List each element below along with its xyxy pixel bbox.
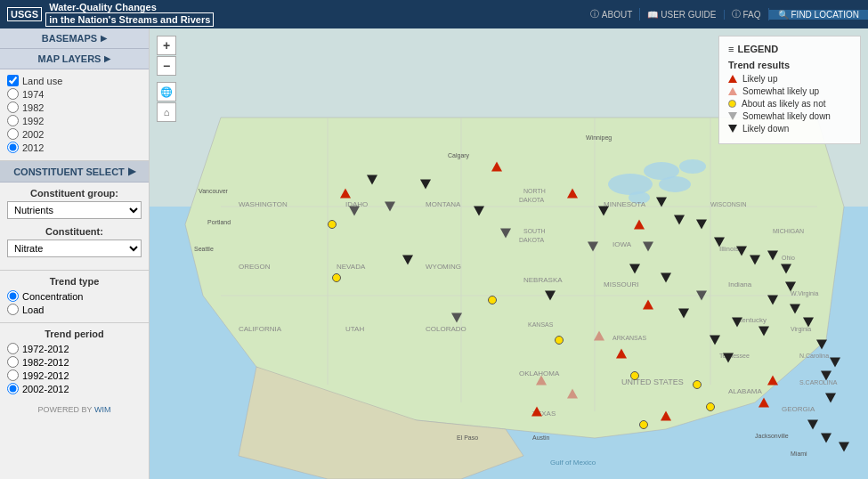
year-1974-label[interactable]: 1974	[7, 88, 142, 100]
load-radio-label[interactable]: Load	[7, 304, 142, 315]
map-marker[interactable]	[634, 220, 645, 230]
map-marker[interactable]	[500, 229, 511, 239]
map-marker[interactable]	[567, 389, 578, 399]
map-marker[interactable]	[420, 180, 431, 190]
map-marker[interactable]	[767, 296, 778, 305]
map-marker[interactable]	[385, 202, 395, 212]
map-marker[interactable]	[758, 398, 769, 408]
zoom-out-button[interactable]: −	[157, 56, 176, 76]
map-marker[interactable]	[616, 349, 627, 359]
year-1982-label[interactable]: 1982	[7, 101, 142, 113]
year-1992-radio[interactable]	[7, 115, 19, 126]
map-marker[interactable]	[639, 420, 648, 429]
map-marker[interactable]	[839, 442, 849, 452]
zoom-in-button[interactable]: +	[157, 36, 176, 55]
map-marker[interactable]	[332, 273, 341, 282]
map-marker[interactable]	[545, 291, 556, 301]
legend-item-somewhat-down: Somewhat likely down	[728, 111, 851, 121]
map-marker[interactable]	[674, 215, 685, 225]
map-marker[interactable]	[830, 358, 840, 368]
map-marker[interactable]	[488, 296, 497, 304]
map-marker[interactable]	[661, 273, 671, 283]
map-marker[interactable]	[340, 189, 351, 199]
map-marker[interactable]	[643, 242, 653, 252]
map-marker[interactable]	[732, 318, 742, 328]
map-marker[interactable]	[367, 175, 377, 185]
year-1974-radio[interactable]	[7, 88, 19, 100]
period-1992-label[interactable]: 1992-2012	[7, 369, 142, 381]
map-marker[interactable]	[696, 220, 707, 230]
map-marker[interactable]	[710, 336, 720, 345]
constituent-group-select[interactable]: Nutrients Major ions Trace elements	[7, 201, 142, 219]
map-marker[interactable]	[531, 407, 542, 417]
constituent-select-header[interactable]: CONSTITUENT SELECT ▶	[0, 161, 149, 183]
map-marker[interactable]	[767, 251, 778, 261]
map-marker[interactable]	[807, 420, 818, 430]
map-marker[interactable]	[328, 220, 337, 229]
concentration-radio-label[interactable]: Concentration	[7, 290, 142, 302]
map-marker[interactable]	[767, 376, 778, 386]
map-marker[interactable]	[825, 394, 836, 403]
faq-link[interactable]: ⓘ FAQ	[725, 8, 769, 20]
about-link[interactable]: ⓘ ABOUT	[583, 8, 640, 20]
map-layers-header[interactable]: MAP LAYERS ▶	[0, 49, 149, 69]
basemaps-header[interactable]: BASEMAPS ▶	[0, 28, 149, 49]
map-marker[interactable]	[696, 291, 707, 301]
period-1992-radio[interactable]	[7, 369, 19, 381]
map-marker[interactable]	[758, 327, 769, 337]
wim-link[interactable]: WIM	[94, 405, 111, 414]
map-marker[interactable]	[750, 256, 760, 265]
land-use-checkbox[interactable]	[7, 75, 19, 86]
map-marker[interactable]	[706, 402, 715, 411]
map-marker[interactable]	[536, 376, 547, 386]
map-marker[interactable]	[781, 264, 791, 274]
user-guide-link[interactable]: 📖 USER GUIDE	[640, 10, 724, 20]
map-marker[interactable]	[661, 411, 671, 421]
home-button[interactable]: ⌂	[157, 102, 176, 122]
year-1992-label[interactable]: 1992	[7, 115, 142, 126]
map-marker[interactable]	[678, 309, 689, 319]
period-1982-label[interactable]: 1982-2012	[7, 356, 142, 368]
map-marker[interactable]	[656, 198, 667, 207]
map-marker[interactable]	[598, 207, 609, 216]
map-marker[interactable]	[714, 238, 725, 248]
constituent-group-form: Constituent group: Nutrients Major ions …	[7, 188, 142, 219]
constituent-select[interactable]: Nitrate Total nitrogen Total phosphorus …	[7, 240, 142, 257]
map-marker[interactable]	[736, 247, 747, 256]
map-marker[interactable]	[555, 336, 564, 345]
map-marker[interactable]	[693, 380, 702, 389]
period-2002-radio[interactable]	[7, 383, 19, 394]
map-marker[interactable]	[790, 304, 800, 314]
year-2002-label[interactable]: 2002	[7, 128, 142, 140]
period-1982-radio[interactable]	[7, 356, 19, 368]
concentration-radio[interactable]	[7, 290, 19, 302]
map-marker[interactable]	[451, 313, 462, 323]
map-marker[interactable]	[629, 264, 640, 274]
year-2012-label[interactable]: 2012	[7, 142, 142, 153]
map-marker[interactable]	[491, 162, 502, 172]
map-marker[interactable]	[785, 282, 796, 292]
map-marker[interactable]	[816, 340, 827, 350]
map-marker[interactable]	[594, 331, 604, 341]
map-marker[interactable]	[821, 434, 831, 443]
year-1982-radio[interactable]	[7, 101, 19, 113]
period-2002-label[interactable]: 2002-2012	[7, 383, 142, 394]
year-2012-radio[interactable]	[7, 142, 19, 153]
load-radio[interactable]	[7, 304, 19, 315]
globe-button[interactable]: 🌐	[157, 82, 176, 101]
map-marker[interactable]	[723, 353, 734, 363]
map-marker[interactable]	[643, 300, 653, 310]
period-1972-radio[interactable]	[7, 343, 19, 354]
year-2002-radio[interactable]	[7, 128, 19, 140]
map-marker[interactable]	[474, 207, 484, 216]
map-marker[interactable]	[349, 207, 360, 216]
map-marker[interactable]	[588, 242, 598, 252]
map-marker[interactable]	[630, 371, 639, 380]
land-use-checkbox-label[interactable]: Land use	[7, 75, 142, 86]
map-marker[interactable]	[567, 189, 578, 199]
map-marker[interactable]	[402, 256, 413, 265]
find-location-button[interactable]: 🔍 FIND LOCATION	[769, 10, 868, 20]
period-1972-label[interactable]: 1972-2012	[7, 343, 142, 354]
map-marker[interactable]	[821, 371, 831, 381]
map-marker[interactable]	[803, 318, 814, 328]
